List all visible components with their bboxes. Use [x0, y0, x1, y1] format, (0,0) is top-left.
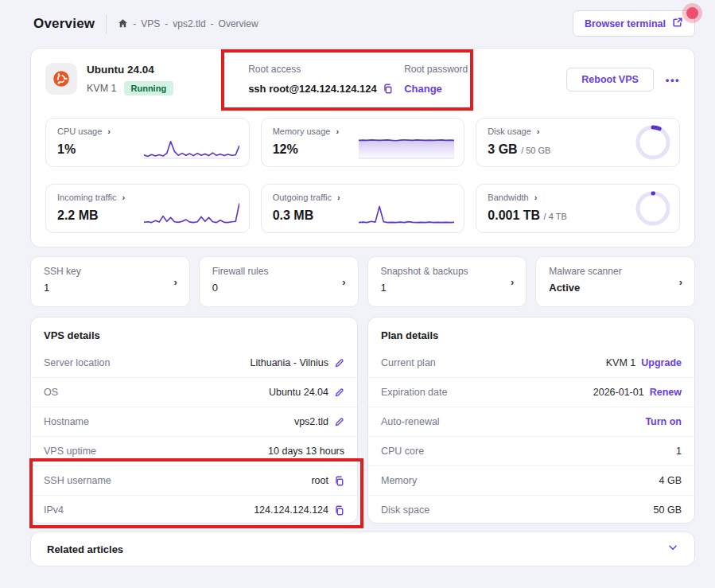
- stat-card-disk-usage[interactable]: Disk usage› 3 GB / 50 GB: [476, 118, 680, 167]
- browser-terminal-label: Browser terminal: [585, 18, 666, 29]
- edit-icon[interactable]: [334, 358, 344, 368]
- page-title: Overview: [33, 16, 95, 32]
- chevron-down-icon[interactable]: [667, 542, 678, 556]
- home-icon[interactable]: [118, 18, 128, 29]
- chevron-right-icon: ›: [679, 276, 682, 288]
- detail-row-cpu-core: CPU core 1: [368, 436, 694, 465]
- status-badge: Running: [124, 81, 174, 95]
- title-divider: [106, 14, 107, 33]
- browser-terminal-button[interactable]: Browser terminal: [573, 10, 695, 37]
- detail-row-hostname: Hostname vps2.tld: [31, 407, 357, 436]
- chevron-right-icon: ›: [122, 193, 125, 202]
- breadcrumb-item-vps[interactable]: VPS: [141, 18, 160, 29]
- quick-card-snapshot-backups[interactable]: Snapshot & backups 1 ›: [367, 256, 527, 307]
- stat-card-cpu-usage[interactable]: CPU usage› 1%: [45, 118, 250, 167]
- more-options-icon[interactable]: •••: [666, 74, 680, 86]
- detail-row-current-plan: Current plan KVM 1 Upgrade: [368, 349, 694, 377]
- edit-icon[interactable]: [334, 417, 344, 427]
- root-access-section: Root access ssh root@124.124.124.124: [248, 60, 390, 95]
- turn-on-link[interactable]: Turn on: [645, 416, 682, 427]
- stat-label: Bandwidth: [488, 193, 528, 202]
- stat-label: CPU usage: [57, 127, 102, 136]
- server-header-row: Ubuntu 24.04 KVM 1 Running Root access s…: [45, 60, 680, 108]
- breadcrumb-item-host[interactable]: vps2.tld: [173, 18, 205, 29]
- incoming-traffic-sparkline: [144, 198, 239, 225]
- quick-card-ssh-key[interactable]: SSH key 1 ›: [30, 256, 190, 307]
- stat-label: Disk usage: [488, 127, 530, 136]
- chevron-right-icon: ›: [107, 127, 111, 136]
- detail-row-server-location: Server location Lithuania - Vilnius: [31, 349, 357, 377]
- bandwidth-ring: [635, 190, 671, 227]
- top-bar: Overview - VPS - vps2.tld - Overview Bro…: [33, 10, 695, 37]
- plan-details-title: Plan details: [368, 317, 694, 349]
- vps-details-card: VPS details Server location Lithuania - …: [30, 317, 358, 524]
- breadcrumb-sep: -: [133, 18, 136, 29]
- server-plan-name: KVM 1: [87, 83, 117, 94]
- bandwidth-total: / 4 TB: [544, 212, 567, 221]
- stat-card-memory-usage[interactable]: Memory usage› 12%: [261, 118, 465, 167]
- detail-row-ipv4: IPv4 124.124.124.124: [31, 495, 357, 524]
- detail-row-ssh-username: SSH username root: [31, 465, 357, 495]
- copy-icon[interactable]: [334, 476, 344, 486]
- server-os-name: Ubuntu 24.04: [87, 64, 173, 76]
- quick-card-label: SSH key: [44, 266, 177, 277]
- chevron-right-icon: ›: [537, 127, 540, 136]
- quick-card-label: Firewall rules: [212, 266, 345, 277]
- quick-card-label: Malware scanner: [549, 266, 682, 277]
- server-card: Ubuntu 24.04 KVM 1 Running Root access s…: [30, 48, 695, 247]
- quick-card-value: 1: [44, 282, 177, 294]
- detail-row-memory: Memory 4 GB: [368, 465, 694, 495]
- detail-row-auto-renewal: Auto-renewal Turn on: [368, 407, 694, 436]
- ubuntu-logo-icon: [45, 63, 77, 95]
- outgoing-traffic-sparkline: [359, 198, 454, 225]
- details-row: VPS details Server location Lithuania - …: [30, 317, 695, 524]
- root-access-label: Root access: [248, 64, 390, 75]
- breadcrumb: - VPS - vps2.tld - Overview: [118, 18, 258, 29]
- breadcrumb-sep: -: [165, 18, 168, 29]
- disk-usage-total: / 50 GB: [521, 146, 550, 155]
- detail-row-os: OS Ubuntu 24.04: [31, 377, 357, 407]
- stat-card-incoming-traffic[interactable]: Incoming traffic› 2.2 MB: [45, 184, 250, 233]
- chevron-right-icon: ›: [511, 276, 514, 288]
- cpu-usage-sparkline: [144, 132, 239, 159]
- chevron-right-icon: ›: [342, 276, 345, 288]
- quick-card-malware-scanner[interactable]: Malware scanner Active ›: [535, 256, 695, 307]
- vps-details-title: VPS details: [31, 317, 357, 349]
- change-password-link[interactable]: Change: [404, 83, 468, 95]
- vps-overview-page: Overview - VPS - vps2.tld - Overview Bro…: [0, 0, 715, 588]
- renew-link[interactable]: Renew: [650, 387, 682, 398]
- server-names: Ubuntu 24.04 KVM 1 Running: [87, 64, 173, 95]
- detail-row-expiration-date: Expiration date 2026-01-01 Renew: [368, 377, 694, 407]
- plan-details-card: Plan details Current plan KVM 1 Upgrade …: [367, 317, 695, 524]
- quick-card-value: 1: [381, 282, 514, 294]
- root-password-section: Root password Change: [404, 60, 468, 95]
- quick-card-firewall-rules[interactable]: Firewall rules 0 ›: [199, 256, 359, 307]
- upgrade-link[interactable]: Upgrade: [641, 357, 682, 368]
- copy-icon[interactable]: [334, 505, 344, 516]
- main-content: Ubuntu 24.04 KVM 1 Running Root access s…: [30, 48, 695, 567]
- chevron-right-icon: ›: [336, 127, 339, 136]
- chevron-right-icon: ›: [534, 193, 538, 202]
- reboot-vps-button[interactable]: Reboot VPS: [566, 68, 654, 92]
- memory-usage-sparkline: [359, 132, 454, 159]
- detail-row-vps-uptime: VPS uptime 10 days 13 hours: [31, 436, 357, 465]
- quick-card-value: 0: [212, 282, 345, 294]
- copy-icon[interactable]: [383, 84, 393, 94]
- stat-card-outgoing-traffic[interactable]: Outgoing traffic› 0.3 MB: [261, 184, 465, 233]
- stats-grid: CPU usage› 1% Memory usage› 12% Disk usa…: [45, 118, 680, 233]
- related-articles-card[interactable]: Related articles: [30, 532, 695, 567]
- quick-card-value: Active: [549, 282, 682, 294]
- stat-label: Outgoing traffic: [273, 193, 332, 202]
- stat-card-bandwidth[interactable]: Bandwidth› 0.001 TB / 4 TB: [476, 184, 680, 233]
- disk-usage-ring: [635, 124, 671, 161]
- edit-icon[interactable]: [334, 387, 344, 398]
- chevron-right-icon: ›: [173, 276, 177, 288]
- detail-row-disk-space: Disk space 50 GB: [368, 495, 694, 524]
- stat-label: Incoming traffic: [57, 193, 116, 202]
- quick-links-row: SSH key 1 › Firewall rules 0 › Snapshot …: [30, 256, 695, 307]
- quick-card-label: Snapshot & backups: [381, 266, 514, 277]
- stat-label: Memory usage: [273, 127, 331, 136]
- external-link-icon: [672, 17, 683, 30]
- root-access-value: ssh root@124.124.124.124: [248, 83, 377, 95]
- root-password-label: Root password: [404, 64, 468, 75]
